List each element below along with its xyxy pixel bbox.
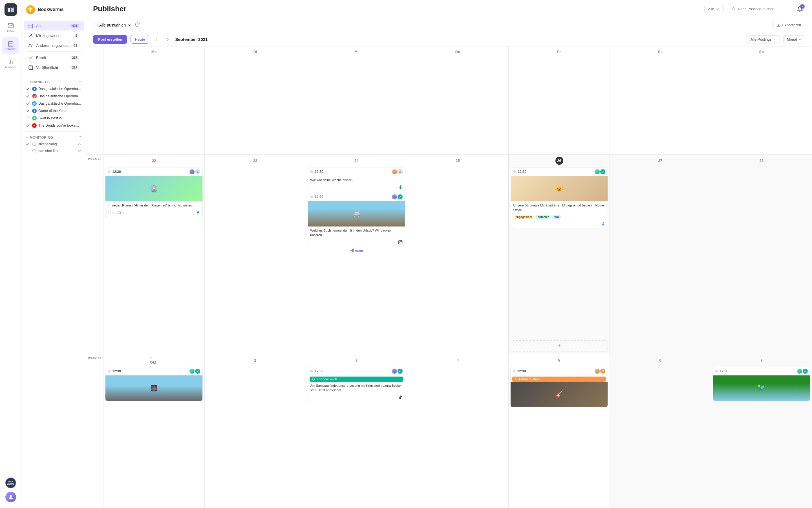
export-btn[interactable]: Exportieren	[772, 21, 805, 29]
post-text-fri26: Unsere Bürokatze Mimi hält ihren Mittags…	[511, 201, 607, 214]
channel-name-5: The Droids you're lookin...	[38, 124, 82, 127]
nav-assigned-others-label: Anderen zugewiesen	[36, 43, 72, 48]
sidebar-analytics-label: Analytics	[5, 66, 16, 69]
channel-item-2[interactable]: Das galaktische Opernha...	[21, 100, 86, 107]
post-text-okt3: Am Samstag findet unsere Lesung mit Krim…	[308, 382, 405, 394]
day-cell-okt5: 5 12:30 Eri	[509, 354, 610, 508]
svg-rect-28	[196, 171, 199, 173]
filter-dropdown[interactable]: Alle	[704, 5, 723, 13]
nav-item-all[interactable]: Alle 401	[24, 21, 84, 31]
channel-item-3[interactable]: Game of the Year	[21, 107, 86, 115]
monitoring-item-0[interactable]: Bikepacking	[21, 141, 86, 147]
monitoring-name-1: Han shot first	[38, 149, 59, 153]
channels-expand-icon[interactable]: ⌃	[79, 80, 82, 84]
post-img-fri26: 🐱	[511, 176, 607, 201]
post-create-btn[interactable]: Post erstellen	[93, 35, 127, 44]
nav-divider-2	[26, 76, 82, 76]
search-input[interactable]	[738, 7, 786, 11]
day-header-fr: Fr	[509, 47, 610, 154]
view-mode-btn[interactable]: Monat	[783, 35, 805, 43]
notification-badge: 3	[800, 4, 805, 9]
nav-all-count: 401	[70, 24, 79, 28]
next-month-btn[interactable]	[164, 36, 172, 43]
day-okt6-number: 6	[657, 356, 664, 364]
search-icon	[732, 7, 735, 11]
select-all-label: Alle auswählen	[99, 23, 126, 27]
channel-name-3: Game of the Year	[38, 109, 82, 113]
channel-item-0[interactable]: Das galaktische Opernha...	[21, 85, 86, 92]
post-card-okt3[interactable]: 12:30 Erinnere mich Am Samstag findet un…	[308, 367, 405, 401]
post-status-dot-okt1	[108, 370, 110, 373]
post-time-fri26: 12:30	[518, 170, 527, 174]
post-avatars-okt3	[392, 369, 403, 374]
nav-item-published[interactable]: Veröffentlicht 217	[24, 62, 84, 72]
svg-rect-2	[8, 7, 10, 8]
day-cell-23: 23	[205, 155, 306, 354]
svg-rect-4	[8, 42, 13, 47]
postings-filter-chevron-icon	[773, 38, 776, 41]
day-24-number: 24	[352, 157, 360, 165]
nav-published-count: 217	[70, 66, 79, 70]
post-card-okt7[interactable]: 12:30 🎾	[713, 367, 810, 401]
channel-item-4[interactable]: Swat.io Best.io	[21, 115, 86, 122]
channel-item-1[interactable]: Das galaktische Opernha...	[21, 92, 86, 100]
nav-all-label: Alle	[36, 24, 70, 28]
post-card-fri26[interactable]: 12:30 🐱 Unsere Bürokatze Mimi hält ihren…	[511, 168, 608, 228]
more-posts-wed24[interactable]: +5 more	[308, 248, 405, 254]
nav-item-assigned-others[interactable]: Anderen zugewiesen 32	[24, 41, 84, 50]
monitoring-collapse-icon[interactable]: −	[26, 136, 28, 140]
post-status-okt5	[600, 369, 605, 374]
day-24-number-wrap: 24	[308, 157, 405, 165]
workspace-icon[interactable]: BOOKWORMS	[5, 477, 16, 488]
post-text-mon22: Im neuen Roman "Hinter dem Riesenrad" is…	[105, 201, 202, 209]
postings-filter-btn[interactable]: Alle Postings	[747, 35, 780, 43]
post-time-wed24-2: 12:30	[315, 195, 323, 199]
post-card-okt5[interactable]: 12:30 Erinnere mich 🎸	[510, 367, 608, 407]
post-avatar1-mon22	[189, 169, 194, 174]
svg-rect-12	[29, 24, 33, 28]
monitoring-expand-icon[interactable]: ⌃	[79, 136, 82, 140]
day-okt2-number: 2	[251, 356, 259, 364]
post-card-okt1[interactable]: 12:30 🌉	[105, 367, 203, 401]
post-card-wed24-1[interactable]: 12:30 Wie war deine Woche bisher?	[308, 168, 405, 191]
channel-name-0: Das galaktische Opernha...	[38, 87, 82, 91]
post-card-wed24-1-header: 12:30	[308, 168, 405, 176]
refresh-btn[interactable]	[135, 22, 140, 28]
user-avatar[interactable]	[5, 492, 16, 502]
monitoring-item-1[interactable]: − Han shot first	[21, 147, 86, 154]
post-status-dot-wed24-1	[310, 170, 313, 173]
day-cell-27: 27	[610, 155, 711, 354]
week39-label: WEEK 39	[86, 354, 103, 508]
select-all-btn[interactable]: Alle auswählen	[93, 23, 131, 27]
svg-marker-23	[34, 124, 35, 127]
channels-collapse-icon[interactable]: −	[26, 80, 28, 84]
sidebar-item-publisher[interactable]: Publisher	[2, 37, 19, 54]
reminder-label-okt5: Erinnere mich	[519, 377, 540, 381]
channel-item-5[interactable]: The Droids you're lookin...	[21, 122, 86, 129]
org-logo	[26, 5, 35, 14]
svg-point-24	[33, 143, 35, 145]
tiktok-icon	[398, 395, 403, 400]
post-card-fri26-header: 12:30	[511, 168, 607, 176]
select-all-checkbox[interactable]	[93, 23, 97, 27]
post-text-wed24-2: Welches Buch nimmst du mit in den Urlaub…	[308, 226, 405, 239]
nav-published-label: Veröffentlicht	[36, 66, 70, 70]
nav-item-ready[interactable]: Bereit 217	[24, 53, 84, 62]
post-social-wed24-2	[308, 239, 405, 246]
today-btn[interactable]: Heute	[131, 35, 149, 44]
notification-bell[interactable]: 3	[795, 4, 805, 14]
search-bar[interactable]	[728, 5, 790, 13]
sidebar-item-analytics[interactable]: Analytics	[2, 55, 19, 72]
prev-month-btn[interactable]	[152, 36, 161, 43]
day-okt1-number: 1 Okt	[150, 356, 158, 364]
monitoring-header: − Monitoring ⌃	[21, 133, 86, 141]
add-post-btn-fri26[interactable]: +	[511, 340, 608, 351]
day-26-number: 26	[555, 157, 563, 165]
post-card-mon22[interactable]: 12:30 🎡 Im neuen Roman "Hinter dem Riese…	[105, 168, 203, 217]
post-card-wed24-2[interactable]: 12:30 🚐 Welches Buch nimmst du mit in de…	[308, 193, 405, 246]
svg-point-21	[34, 96, 35, 96]
sidebar-item-inbox[interactable]: Inbox	[2, 19, 19, 36]
nav-item-assigned-me[interactable]: Mir zugewiesen 2	[24, 31, 84, 40]
day-cell-okt1: 1 Okt 12:30 🌉	[103, 354, 205, 508]
post-avatar1-okt3	[392, 369, 397, 374]
